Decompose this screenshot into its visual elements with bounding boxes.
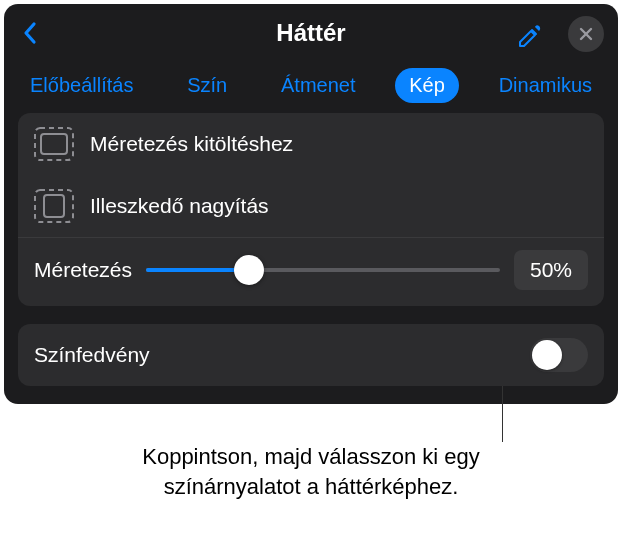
chevron-left-icon: [22, 21, 38, 45]
scale-slider-row: Méretezés 50%: [18, 237, 604, 306]
color-overlay-row: Színfedvény: [18, 324, 604, 386]
option-scale-to-fill[interactable]: Méretezés kitöltéshez: [18, 113, 604, 175]
svg-rect-3: [41, 134, 67, 154]
scale-to-fill-icon: [34, 127, 74, 161]
panel-header: Háttér: [4, 4, 618, 62]
background-panel: Háttér Előbeállítás Szín Átmenet Kép Din…: [4, 4, 618, 404]
color-overlay-toggle[interactable]: [530, 338, 588, 372]
close-icon: [578, 26, 594, 42]
tab-gradient[interactable]: Átmenet: [267, 68, 369, 103]
eyedropper-button[interactable]: [512, 18, 548, 54]
scale-slider[interactable]: [146, 268, 500, 272]
slider-value[interactable]: 50%: [514, 250, 588, 290]
panel-title: Háttér: [276, 19, 345, 47]
tab-color[interactable]: Szín: [173, 68, 241, 103]
color-overlay-label: Színfedvény: [34, 343, 150, 367]
option-scale-to-fit[interactable]: Illeszkedő nagyítás: [18, 175, 604, 237]
option-label: Méretezés kitöltéshez: [90, 132, 293, 156]
tab-image[interactable]: Kép: [395, 68, 459, 103]
svg-rect-5: [44, 195, 64, 217]
slider-label: Méretezés: [34, 258, 132, 282]
slider-thumb[interactable]: [234, 255, 264, 285]
back-button[interactable]: [18, 18, 42, 48]
option-label: Illeszkedő nagyítás: [90, 194, 269, 218]
tab-bar: Előbeállítás Szín Átmenet Kép Dinamikus: [4, 62, 618, 113]
scale-to-fit-icon: [34, 189, 74, 223]
eyedropper-icon: [516, 22, 544, 50]
tab-dynamic[interactable]: Dinamikus: [485, 68, 606, 103]
callout-text: Koppintson, majd válasszon ki egy színár…: [0, 424, 622, 501]
close-button[interactable]: [568, 16, 604, 52]
toggle-knob: [532, 340, 562, 370]
image-options-card: Méretezés kitöltéshez Illeszkedő nagyítá…: [18, 113, 604, 306]
tab-preset[interactable]: Előbeállítás: [16, 68, 147, 103]
callout-leader-line: [502, 386, 503, 442]
callout: Koppintson, majd válasszon ki egy színár…: [0, 424, 622, 501]
color-overlay-card: Színfedvény: [18, 324, 604, 386]
